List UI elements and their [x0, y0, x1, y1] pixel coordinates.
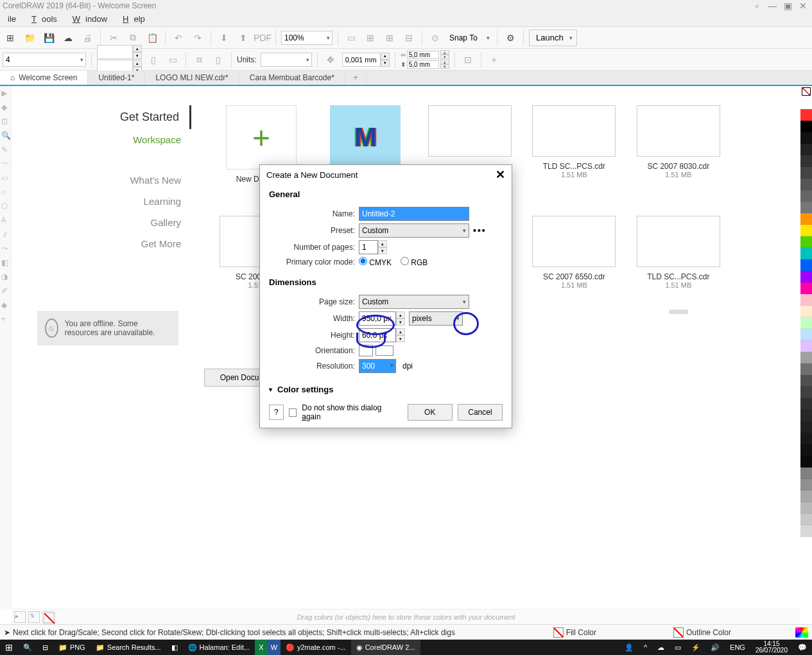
y2mate-app[interactable]: 🔴 y2mate.com -... — [281, 640, 351, 655]
pages-input[interactable] — [359, 240, 378, 254]
color-swatch[interactable] — [800, 179, 812, 190]
coreldraw-app[interactable]: ◉ CorelDRAW 2... — [351, 640, 420, 655]
units-combo[interactable] — [261, 53, 312, 67]
menu-help[interactable]: Help — [112, 14, 150, 24]
color-swatch[interactable] — [800, 387, 812, 398]
tray-pen-icon[interactable]: ✎ — [28, 611, 40, 623]
taskbar-app[interactable]: ◧ — [166, 640, 183, 655]
people-icon[interactable]: 👤 — [619, 640, 639, 655]
parallel-tool-icon[interactable]: ⫽ — [1, 230, 10, 239]
dialog-close-button[interactable]: ✕ — [496, 168, 505, 182]
dropshadow-tool-icon[interactable]: ◧ — [1, 258, 10, 267]
color-swatch[interactable] — [800, 317, 812, 329]
sidebar-workspace[interactable]: Workspace — [95, 129, 191, 150]
portrait-button[interactable] — [359, 345, 373, 356]
color-swatch[interactable] — [800, 410, 812, 421]
nudge-input[interactable] — [342, 53, 381, 67]
language-indicator[interactable]: ENG — [725, 640, 750, 655]
start-button[interactable]: ⊞ — [0, 640, 18, 655]
minimize-button[interactable]: — — [766, 1, 779, 11]
tab-barcode[interactable]: Cara Membuat Barcode* — [239, 71, 345, 85]
menu-tools[interactable]: Tools — [21, 14, 62, 24]
onedrive-icon[interactable]: ☁ — [652, 640, 669, 655]
color-swatch[interactable] — [800, 479, 812, 491]
sidebar-get-more[interactable]: Get More — [95, 233, 191, 254]
tray-up-icon[interactable]: ^ — [639, 640, 652, 655]
color-swatch[interactable] — [800, 340, 812, 352]
cmyk-radio[interactable]: CMYK — [359, 257, 392, 267]
portrait-icon[interactable]: ▯ — [146, 52, 161, 67]
pick-tool-icon[interactable]: ▶ — [1, 89, 10, 98]
color-swatch[interactable] — [800, 248, 812, 259]
volume-icon[interactable]: 🔊 — [705, 640, 725, 655]
recent-card[interactable]: TLD SC...PCS.cdr 1.51 MB — [526, 105, 622, 179]
page-width-input[interactable] — [97, 45, 133, 59]
wifi-icon[interactable]: ⚡ — [686, 640, 705, 655]
color-swatch[interactable] — [800, 444, 812, 456]
tab-logo-mli[interactable]: LOGO MLI NEW.cdr* — [145, 71, 239, 85]
color-swatch[interactable] — [800, 514, 812, 525]
tab-welcome[interactable]: ⌂ Welcome Screen — [0, 71, 88, 85]
recent-card[interactable]: |||||||||||||| — [630, 308, 727, 339]
pages-spinner[interactable]: ▴▾ — [378, 240, 387, 254]
explorer-search[interactable]: 📁 Search Results... — [91, 640, 166, 655]
freehand-tool-icon[interactable]: ✎ — [1, 145, 10, 154]
edit-scale-icon[interactable]: ⊡ — [460, 52, 476, 67]
page-size-combo[interactable]: 4 — [3, 53, 86, 67]
color-swatch[interactable] — [800, 144, 812, 155]
landscape-button[interactable] — [376, 345, 393, 356]
color-swatch[interactable] — [800, 109, 812, 121]
clock[interactable]: 14:15 26/07/2020 — [750, 641, 793, 654]
menu-file[interactable]: ile — [3, 14, 21, 24]
fill-swatch-icon[interactable] — [553, 627, 564, 638]
width-spinner[interactable]: ▴▾ — [396, 311, 405, 326]
color-swatch[interactable] — [800, 363, 812, 375]
zoom-combo[interactable]: 100% — [281, 31, 333, 45]
new-doc-icon[interactable]: ⊞ — [3, 30, 18, 46]
width-unit-combo[interactable]: pixels — [409, 311, 463, 326]
color-swatch[interactable] — [800, 259, 812, 271]
add-icon[interactable]: + — [487, 52, 502, 67]
preset-combo[interactable]: Custom — [359, 223, 469, 238]
action-center-icon[interactable]: 💬 — [793, 640, 812, 655]
launch-button[interactable]: Launch — [529, 30, 577, 46]
color-swatch[interactable] — [800, 236, 812, 248]
name-input[interactable] — [359, 207, 469, 221]
close-button[interactable]: ✕ — [797, 1, 809, 11]
maximize-button[interactable]: ▣ — [781, 1, 794, 11]
color-swatch[interactable] — [800, 352, 812, 363]
color-swatch[interactable] — [800, 190, 812, 202]
outline-swatch-icon[interactable] — [673, 627, 684, 638]
color-swatch[interactable] — [800, 98, 812, 109]
color-swatch[interactable] — [800, 202, 812, 213]
word-app[interactable]: W — [268, 640, 281, 655]
color-swatch[interactable] — [800, 525, 812, 537]
color-swatch[interactable] — [800, 398, 812, 410]
recent-card[interactable]: SC 2007 8030.cdr 1.51 MB — [630, 105, 727, 179]
fill-tool-icon[interactable]: ◆ — [1, 301, 10, 310]
no-fill-swatch[interactable] — [800, 86, 812, 98]
no-show-checkbox[interactable] — [289, 408, 297, 417]
art-tool-icon[interactable]: 〰 — [1, 159, 10, 168]
tray-arrow-icon[interactable]: ▸ — [14, 611, 26, 623]
sidebar-get-started[interactable]: Get Started — [95, 105, 191, 129]
taskview-button[interactable]: ⊟ — [37, 640, 53, 655]
chrome-app[interactable]: 🌐 Halaman: Edit... — [183, 640, 255, 655]
recent-card[interactable] — [526, 308, 622, 339]
text-tool-icon[interactable]: A — [1, 216, 10, 225]
transparency-tool-icon[interactable]: ◑ — [1, 272, 10, 281]
zoom-tool-icon[interactable]: 🔍 — [1, 131, 10, 140]
color-swatch[interactable] — [800, 132, 812, 144]
color-proof-icon[interactable] — [795, 627, 808, 638]
rgb-radio[interactable]: RGB — [401, 257, 428, 267]
eyedropper-tool-icon[interactable]: ✐ — [1, 286, 10, 295]
more-tool-icon[interactable]: + — [1, 315, 10, 324]
color-swatch[interactable] — [800, 491, 812, 502]
recent-card[interactable]: TLD SC...PCS.cdr 1.51 MB — [630, 216, 727, 289]
polygon-tool-icon[interactable]: ⬠ — [1, 202, 10, 211]
sidebar-gallery[interactable]: Gallery — [95, 212, 191, 233]
color-swatch[interactable] — [800, 456, 812, 467]
color-settings-section[interactable]: Color settings — [260, 378, 512, 397]
notification-icon[interactable]: ▫ — [750, 1, 763, 11]
height-spinner[interactable]: ▴▾ — [396, 328, 405, 342]
